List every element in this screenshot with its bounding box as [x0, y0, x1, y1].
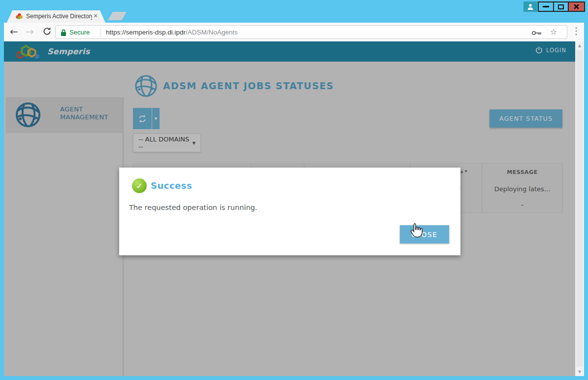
- url-text: https://semperis-dsp.di.ipdr/ADSM/NoAgen…: [106, 29, 238, 36]
- forward-button[interactable]: →: [26, 25, 34, 38]
- modal-close-button[interactable]: CLOSE: [400, 225, 449, 243]
- success-modal: ✓ Success The requested operation is run…: [119, 168, 460, 255]
- minimize-button[interactable]: [538, 1, 554, 12]
- url-bar[interactable]: Secure https://semperis-dsp.di.ipdr/ADSM…: [55, 25, 567, 39]
- minimize-icon: [543, 6, 549, 7]
- bookmark-star-icon[interactable]: ☆: [550, 27, 557, 36]
- check-glyph: ✓: [136, 181, 142, 191]
- browser-menu-icon[interactable]: ⋮: [570, 26, 582, 36]
- scroll-up-arrow[interactable]: ▲: [575, 43, 584, 48]
- maximize-button[interactable]: [553, 1, 569, 12]
- url-divider: [100, 28, 100, 37]
- secure-label: Secure: [69, 29, 90, 36]
- url-path: /ADSM/NoAgents: [186, 29, 238, 36]
- success-check-icon: ✓: [132, 178, 147, 193]
- new-tab-button[interactable]: [108, 12, 127, 20]
- person-icon: [527, 3, 534, 10]
- browser-window: Semperis Active Directory × ← → Secure h…: [0, 0, 588, 380]
- maximize-icon: [558, 4, 564, 9]
- scrollbar-thumb[interactable]: [576, 50, 583, 367]
- browser-toolbar: ← → Secure https://semperis-dsp.di.ipdr/…: [4, 23, 584, 41]
- scroll-down-arrow[interactable]: ▼: [575, 370, 584, 374]
- reload-button[interactable]: [42, 27, 52, 36]
- url-host: https://semperis-dsp.di.ipdr: [106, 29, 186, 36]
- page-scrollbar[interactable]: ▲ ▼: [575, 41, 584, 376]
- password-key-icon[interactable]: [531, 30, 542, 36]
- close-window-button[interactable]: [568, 1, 585, 12]
- secure-lock-icon: [61, 29, 66, 36]
- tab-close-icon[interactable]: ×: [94, 12, 98, 20]
- profile-button[interactable]: [523, 1, 537, 12]
- hand-cursor: [409, 222, 424, 240]
- back-button[interactable]: ←: [10, 25, 18, 38]
- semperis-favicon: [15, 12, 23, 20]
- browser-tab[interactable]: Semperis Active Directory ×: [7, 10, 105, 23]
- close-icon: [573, 3, 580, 10]
- modal-title: Success: [151, 180, 192, 191]
- tab-title: Semperis Active Directory: [26, 13, 92, 20]
- modal-body-text: The requested operation is running.: [129, 204, 257, 211]
